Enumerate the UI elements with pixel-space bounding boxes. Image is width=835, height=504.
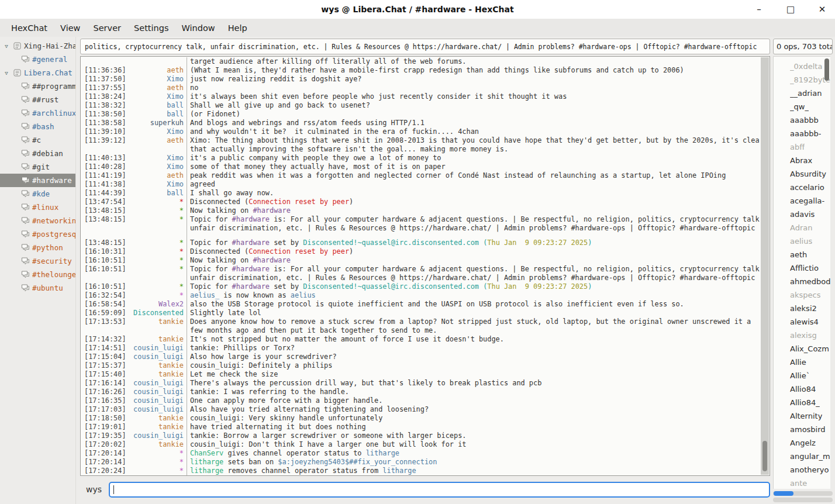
- chat-line: few months ago and then put it back toge…: [81, 326, 760, 335]
- menu-server[interactable]: Server: [88, 22, 126, 34]
- userlist-item[interactable]: Angelz: [790, 436, 830, 450]
- userlist-item[interactable]: Afflictio: [790, 261, 830, 275]
- userlist-item[interactable]: Adran: [790, 221, 830, 234]
- userlist-item[interactable]: anotheryo: [790, 463, 830, 477]
- user-nick: alewis4: [790, 317, 819, 326]
- sidebar-item-git[interactable]: #git: [0, 160, 75, 174]
- userlist-item[interactable]: __adrian: [790, 87, 830, 100]
- sidebar-item-xing-hai-zhan[interactable]: ▽Xing-Hai-Zhan: [0, 39, 75, 53]
- timestamp: [17:20:02]: [81, 440, 126, 449]
- message-segment: (: [479, 282, 487, 291]
- userlist-item[interactable]: angular_m: [790, 450, 830, 463]
- userlist-item[interactable]: abff: [790, 140, 830, 154]
- userlist-item[interactable]: aleksi2: [790, 302, 830, 315]
- userlist-item[interactable]: aeth: [790, 248, 830, 261]
- timestamp: [11:38:32]: [81, 101, 126, 110]
- message-text: cousin_luigi: Definitely a philips: [187, 361, 760, 370]
- nick: tankie: [126, 414, 187, 423]
- sidebar-item-hardware[interactable]: #hardware: [0, 174, 75, 187]
- nick: cousin_luigi: [126, 405, 187, 414]
- chat-scrollbar[interactable]: [761, 57, 769, 475]
- expander-icon[interactable]: ▽: [2, 43, 11, 49]
- userlist-item[interactable]: alewis4: [790, 315, 830, 329]
- userlist-item[interactable]: Absurdity: [790, 167, 830, 181]
- userlist-item[interactable]: ante: [790, 477, 830, 489]
- userlist-item[interactable]: adavis: [790, 208, 830, 221]
- user-nick: aaabbb: [790, 116, 819, 125]
- topic-bar[interactable]: politics, cryptocurrency talk, unfair di…: [80, 39, 770, 54]
- chat-scrollbar-thumb[interactable]: [762, 441, 767, 471]
- userlist-scrollbar-thumb[interactable]: [824, 58, 829, 81]
- userlist-item[interactable]: akspecs: [790, 288, 830, 302]
- expander-icon[interactable]: ▽: [2, 70, 11, 76]
- userlist-item[interactable]: Allie: [790, 355, 830, 369]
- sidebar-item-networking[interactable]: #networking: [0, 214, 75, 227]
- timestamp: [17:20:14]: [81, 449, 126, 458]
- sidebar-item-postgresql[interactable]: #postgresql: [0, 227, 75, 241]
- sidebar-item-ubuntu[interactable]: #ubuntu: [0, 281, 75, 295]
- userlist-hscrollbar-thumb[interactable]: [774, 491, 793, 496]
- sidebar-item-bash[interactable]: #bash: [0, 120, 75, 133]
- sidebar-item-python[interactable]: #python: [0, 241, 75, 254]
- userlist-item[interactable]: acegalla-: [790, 194, 830, 208]
- sidebar-item-archlinux[interactable]: #archlinux: [0, 106, 75, 120]
- text-caret: [113, 485, 114, 494]
- nick: [126, 57, 187, 66]
- userlist-item[interactable]: _qw_: [790, 100, 830, 113]
- timestamp: [16:32:54]: [81, 291, 126, 300]
- menu-hexchat[interactable]: HexChat: [6, 22, 53, 34]
- userlist-item[interactable]: aaabbb-: [790, 127, 830, 140]
- chat-line: [17:20:24]*litharge removes channel oper…: [81, 467, 760, 475]
- nick: tankie: [126, 335, 187, 344]
- userlist-item[interactable]: Abrax: [790, 154, 830, 167]
- message-segment: Let me check the size: [190, 370, 278, 378]
- userlist-hscrollbar-track2[interactable]: [773, 498, 833, 502]
- sidebar-item-libera.chat[interactable]: ▽Libera.Chat: [0, 66, 75, 80]
- userlist-item[interactable]: aaabbb: [790, 113, 830, 127]
- userlist-hscrollbar[interactable]: [773, 491, 833, 496]
- timestamp: [13:48:15]: [81, 239, 126, 247]
- sidebar-item-c[interactable]: #c: [0, 133, 75, 147]
- sidebar-item-thelounge[interactable]: #thelounge: [0, 268, 75, 281]
- menu-settings[interactable]: Settings: [129, 22, 174, 34]
- chat-line: [17:14:32]tankieIt's not stripped but no…: [81, 335, 760, 344]
- message-text: (What I mean is, they'd rather have a mo…: [187, 66, 760, 75]
- timestamp: [17:15:04]: [81, 353, 126, 361]
- message-segment: Topic for: [190, 215, 232, 223]
- userlist-item[interactable]: ahmedbodi: [790, 275, 830, 288]
- userlist-item[interactable]: amosbird: [790, 423, 830, 436]
- minimize-icon[interactable]: –: [751, 1, 767, 18]
- sidebar-item-linux[interactable]: #linux: [0, 201, 75, 214]
- userlist-item[interactable]: accelario: [790, 181, 830, 194]
- message-segment: no: [190, 84, 198, 92]
- sidebar-item-general[interactable]: #general: [0, 53, 75, 66]
- message-input[interactable]: [109, 482, 770, 498]
- menu-window[interactable]: Window: [177, 22, 220, 34]
- message-segment: ChanServ: [190, 449, 223, 457]
- menu-view[interactable]: View: [55, 22, 85, 34]
- userlist-item[interactable]: Alix_Cozm: [790, 342, 830, 355]
- userlist-item[interactable]: Allie`: [790, 369, 830, 382]
- userlist-item[interactable]: Allio84: [790, 382, 830, 396]
- nick: tankie: [126, 361, 187, 370]
- userlist-item[interactable]: aelius: [790, 234, 830, 248]
- userlist-item[interactable]: Alternity: [790, 409, 830, 423]
- nick: aeth: [126, 84, 187, 92]
- chat-line: [16:10:51]*Topic for #hardware set by Di…: [81, 282, 760, 291]
- channel-icon: [20, 244, 30, 252]
- sidebar-item-programming[interactable]: ##programming: [0, 80, 75, 93]
- menu-help[interactable]: Help: [223, 22, 253, 34]
- userlist-item[interactable]: alexisg: [790, 329, 830, 342]
- sidebar-item-label: Xing-Hai-Zhan: [24, 42, 75, 50]
- sidebar-item-kde[interactable]: #kde: [0, 187, 75, 201]
- userlist-item[interactable]: Allio84_: [790, 396, 830, 409]
- maximize-icon[interactable]: □: [782, 1, 799, 18]
- chat-line: target audience after killing off litera…: [81, 57, 760, 66]
- sidebar-item-rust[interactable]: ##rust: [0, 93, 75, 106]
- close-icon[interactable]: ✕: [814, 1, 830, 18]
- sidebar-item-security[interactable]: #security: [0, 254, 75, 268]
- sidebar-item-debian[interactable]: #debian: [0, 147, 75, 160]
- chat-line: [11:40:28]Ximosome of that money they ac…: [81, 163, 760, 171]
- message-segment: litharge: [190, 467, 223, 475]
- nick-column: [126, 233, 187, 239]
